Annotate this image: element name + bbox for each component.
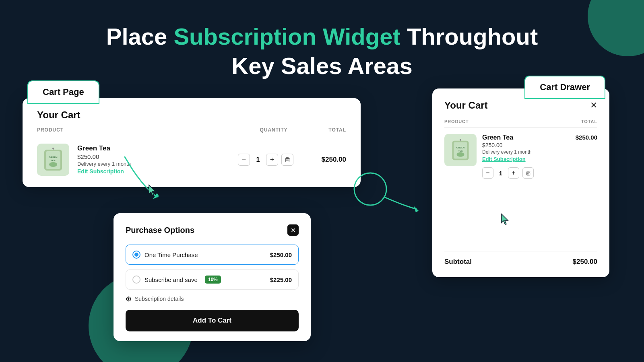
cart-item: GREEN TEA Green Tea $250.00 Delivery eve… (37, 144, 346, 176)
svg-text:GREEN: GREEN (456, 146, 464, 149)
quantity-control: − 1 + (233, 154, 298, 166)
drawer-close-button[interactable]: ✕ (590, 100, 597, 111)
drawer-item-image: GREEN TEA (444, 134, 477, 166)
drawer-quantity-increase-button[interactable]: + (508, 167, 519, 179)
drawer-quantity-control: − 1 + (482, 167, 597, 179)
drawer-subtotal-label: Subtotal (444, 258, 472, 266)
option-one-time-label: One Time Purchase (144, 251, 198, 258)
cursor-left-icon (147, 184, 159, 198)
subscription-details-text: Subscription details (135, 296, 184, 302)
drawer-edit-subscription-link[interactable]: Edit Subscription (482, 156, 526, 162)
svg-point-4 (49, 162, 57, 167)
drawer-green-tea-image: GREEN TEA (449, 139, 472, 161)
drawer-col-product: PRODUCT (444, 119, 469, 124)
col-header-total: TOTAL (306, 127, 346, 133)
quantity-value: 1 (253, 156, 263, 163)
add-to-cart-button[interactable]: Add To Cart (126, 310, 299, 331)
cart-page-widget: Your Cart PRODUCT QUANTITY TOTAL GREEN T… (23, 98, 361, 187)
cart-item-image: GREEN TEA (37, 144, 69, 176)
svg-point-20 (457, 152, 464, 157)
drawer-table-header: PRODUCT TOTAL (444, 119, 597, 128)
cart-drawer-widget: Your Cart ✕ PRODUCT TOTAL GREEN TEA (432, 88, 609, 277)
drawer-title: Your Cart (444, 100, 488, 111)
radio-subscribe (132, 276, 140, 284)
trash-icon (285, 157, 290, 162)
quantity-increase-button[interactable]: + (266, 154, 278, 166)
option-subscribe-label: Subscribe and save (144, 276, 198, 283)
cart-page-tab[interactable]: Cart Page (27, 80, 99, 104)
radio-one-time-inner (134, 253, 138, 257)
drawer-item-top-row: Green Tea $250.00 (482, 134, 597, 141)
drawer-cart-item: GREEN TEA Green Tea $250.00 $250.00 Deli… (444, 134, 597, 179)
svg-text:TEA: TEA (51, 159, 56, 162)
drawer-item-price-display: $250.00 (576, 134, 597, 141)
drawer-item-unit-price: $250.00 (482, 142, 597, 148)
delete-item-button[interactable] (281, 154, 293, 166)
modal-title: Purchase Options (126, 226, 194, 235)
drawer-trash-icon (526, 171, 531, 176)
svg-text:GREEN: GREEN (49, 156, 57, 158)
col-header-product: PRODUCT (37, 127, 242, 133)
radio-one-time (132, 251, 140, 259)
cart-table-header: PRODUCT QUANTITY TOTAL (37, 127, 346, 137)
quantity-decrease-button[interactable]: − (238, 154, 250, 166)
cart-drawer-tab[interactable]: Cart Drawer (524, 76, 605, 99)
svg-rect-24 (527, 171, 529, 171)
arrow-to-cart-drawer (350, 169, 423, 219)
drawer-quantity-value: 1 (497, 170, 505, 177)
cart-item-total: $250.00 (306, 156, 346, 164)
subscription-details[interactable]: ⊕ Subscription details (126, 294, 299, 303)
cursor-left (147, 184, 159, 200)
option-subscribe-left: Subscribe and save 10% (132, 276, 221, 284)
option-one-time[interactable]: One Time Purchase $250.00 (126, 245, 299, 265)
cart-page-title: Your Cart (37, 109, 346, 121)
option-subscribe[interactable]: Subscribe and save 10% $225.00 (126, 269, 299, 290)
drawer-item-info: Green Tea $250.00 $250.00 Delivery every… (482, 134, 597, 179)
drawer-delete-item-button[interactable] (522, 167, 534, 179)
drawer-header: Your Cart ✕ (444, 100, 597, 111)
svg-text:TEA: TEA (458, 150, 462, 152)
svg-point-14 (354, 173, 386, 205)
content-area: Cart Page Your Cart PRODUCT QUANTITY TOT… (0, 80, 644, 362)
drawer-col-total: TOTAL (581, 119, 597, 124)
purchase-options-modal: Purchase Options ✕ One Time Purchase $25… (114, 213, 311, 341)
svg-point-22 (460, 139, 461, 140)
drawer-item-name: Green Tea (482, 134, 513, 141)
cart-item-name: Green Tea (77, 144, 225, 152)
option-one-time-left: One Time Purchase (132, 251, 198, 259)
modal-close-button[interactable]: ✕ (287, 224, 299, 236)
cursor-right (500, 213, 511, 229)
cursor-right-icon (500, 213, 511, 227)
drawer-subtotal-value: $250.00 (573, 258, 597, 266)
save-badge: 10% (205, 276, 221, 284)
green-tea-image: GREEN TEA (41, 148, 65, 172)
drawer-item-delivery: Delivery every 1 month (482, 149, 597, 155)
svg-rect-8 (286, 157, 289, 158)
drawer-quantity-decrease-button[interactable]: − (482, 167, 493, 179)
modal-header: Purchase Options ✕ (126, 224, 299, 236)
col-header-quantity: QUANTITY (242, 127, 306, 133)
main-title: Place Subscription Widget Throughout Key… (0, 22, 644, 80)
drawer-subtotal: Subtotal $250.00 (444, 251, 597, 266)
option-one-time-price: $250.00 (270, 251, 292, 258)
subscription-details-icon: ⊕ (126, 294, 132, 303)
svg-point-6 (52, 148, 54, 149)
option-subscribe-price: $225.00 (270, 276, 292, 283)
